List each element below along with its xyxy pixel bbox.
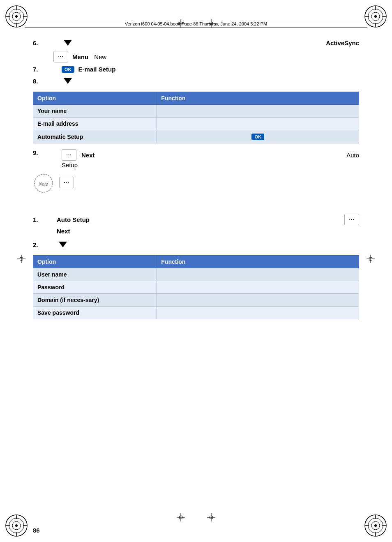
step-9-number: 9. — [33, 149, 45, 156]
step-1-auto-setup-label: Auto Setup — [57, 216, 90, 223]
svg-point-11 — [374, 15, 377, 18]
table-row: E-mail address — [33, 118, 359, 130]
ok-button-7[interactable]: OK — [62, 66, 74, 73]
svg-marker-50 — [64, 40, 72, 46]
ok-button-table1[interactable]: OK — [251, 134, 264, 140]
down-arrow-icon-6[interactable] — [62, 37, 74, 48]
corner-decoration-bottom-left — [4, 513, 29, 538]
step-2-bottom: 2. — [33, 239, 359, 250]
crosshair-right — [367, 255, 375, 264]
table2-header-option: Option — [33, 256, 157, 268]
table2-row4-function — [157, 307, 359, 319]
table1-row3-option: Automatic Setup — [33, 130, 157, 143]
note-icon: Note — [33, 173, 54, 194]
step-6: 6. ActiveSync — [33, 37, 359, 48]
step-7-number: 7. — [33, 66, 45, 73]
table1-header-option: Option — [33, 92, 157, 105]
step-9-setup-label: Setup — [62, 161, 78, 168]
svg-point-27 — [374, 524, 377, 527]
menu-icon-1-bottom[interactable]: ··· — [344, 214, 359, 225]
table1-row3-function: OK — [157, 130, 359, 143]
step-1-next-label-row: Next — [57, 228, 359, 235]
step-9-auto-label: Auto — [346, 152, 359, 159]
step-8: 8. — [33, 75, 359, 87]
step-9-next-label: Next — [81, 152, 95, 159]
table-row: Your name — [33, 105, 359, 118]
step-1-next-label: Next — [57, 228, 70, 235]
corner-decoration-bottom-right — [363, 513, 388, 538]
header-text: Verizon i600 04-05-04.book Page 86 Thurs… — [125, 21, 267, 26]
step-8-number: 8. — [33, 78, 45, 85]
step-6-submenu: ··· Menu New — [53, 51, 359, 62]
step-1-bottom-number: 1. — [33, 216, 45, 223]
main-content: 6. ActiveSync ··· Menu New 7. OK E-mail … — [33, 37, 359, 517]
option-table-1: Option Function Your name E-mail address… — [33, 92, 359, 143]
step-6-label: ActiveSync — [78, 39, 359, 46]
table1-row2-function — [157, 118, 359, 130]
table1-row2-option: E-mail address — [33, 118, 157, 130]
menu-icon-note[interactable]: ··· — [59, 177, 74, 188]
table2-row2-option: Password — [33, 281, 157, 294]
table2-row1-function — [157, 268, 359, 281]
step-6-number: 6. — [33, 39, 45, 46]
step-6-menu-label: Menu — [72, 53, 88, 60]
table-row: Save password — [33, 307, 359, 319]
page-number: 86 — [33, 527, 40, 534]
svg-point-19 — [15, 524, 18, 527]
svg-marker-51 — [64, 78, 72, 84]
table1-header-function: Function — [157, 92, 359, 105]
table2-row2-function — [157, 281, 359, 294]
step-9: 9. ··· Next Auto Setup — [33, 149, 359, 168]
table1-row1-function — [157, 105, 359, 118]
menu-icon-6[interactable]: ··· — [53, 51, 68, 62]
table2-header-function: Function — [157, 256, 359, 268]
table1-row1-option: Your name — [33, 105, 157, 118]
note-section: Note ··· — [33, 173, 359, 194]
table2-row4-option: Save password — [33, 307, 157, 319]
step-7: 7. OK E-mail Setup — [33, 66, 359, 73]
svg-text:Note: Note — [38, 181, 48, 187]
down-arrow-icon-2-bottom[interactable] — [57, 239, 69, 250]
table2-row3-option: Domain (if neces-sary) — [33, 294, 157, 307]
step-7-label: E-mail Setup — [78, 66, 116, 73]
crosshair-left — [17, 255, 25, 264]
svg-marker-54 — [59, 242, 67, 247]
step-2-bottom-number: 2. — [33, 241, 45, 248]
svg-point-3 — [15, 15, 18, 18]
table-row: Automatic Setup OK — [33, 130, 359, 143]
option-table-2: Option Function User name Password Domai… — [33, 255, 359, 319]
table-row: Password — [33, 281, 359, 294]
step-1-bottom: 1. Auto Setup ··· — [33, 214, 359, 225]
table2-row3-function — [157, 294, 359, 307]
table-row: Domain (if neces-sary) — [33, 294, 359, 307]
page-number-text: 86 — [33, 527, 40, 534]
menu-icon-9[interactable]: ··· — [62, 149, 76, 161]
down-arrow-icon-8[interactable] — [62, 75, 74, 87]
header-bar: Verizon i600 04-05-04.book Page 86 Thurs… — [25, 20, 367, 28]
table-row: User name — [33, 268, 359, 281]
table2-row1-option: User name — [33, 268, 157, 281]
step-6-new-label: New — [94, 53, 106, 60]
